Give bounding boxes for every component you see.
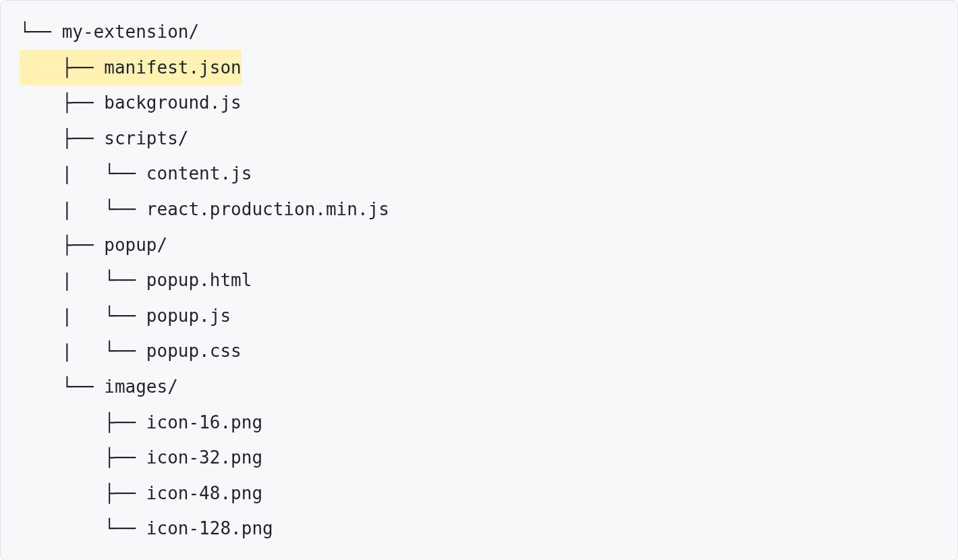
tree-line: ├── scripts/ bbox=[20, 121, 957, 157]
tree-name: icon-16.png bbox=[146, 412, 262, 432]
tree-line: ├── background.js bbox=[20, 85, 957, 121]
tree-name: icon-48.png bbox=[146, 483, 262, 503]
tree-line: ├── icon-32.png bbox=[20, 440, 957, 476]
tree-line: ├── popup/ bbox=[20, 227, 957, 263]
tree-name: popup/ bbox=[104, 235, 167, 255]
tree-prefix: ├── bbox=[20, 128, 104, 148]
tree-prefix: ├── bbox=[20, 57, 104, 78]
highlight-span: ├── manifest.json bbox=[20, 50, 242, 86]
tree-line: | └── content.js bbox=[20, 156, 957, 192]
tree-name: manifest.json bbox=[104, 57, 242, 78]
tree-prefix: | └── bbox=[20, 270, 146, 290]
tree-name: popup.html bbox=[146, 270, 252, 290]
tree-prefix: ├── bbox=[20, 235, 104, 255]
tree-line-highlighted: ├── manifest.json bbox=[20, 50, 957, 86]
tree-name: popup.js bbox=[146, 306, 231, 326]
tree-prefix: | └── bbox=[20, 306, 146, 326]
tree-line: └── icon-128.png bbox=[20, 511, 957, 547]
directory-tree: └── my-extension/ ├── manifest.json ├── … bbox=[1, 14, 957, 547]
tree-prefix: └── bbox=[20, 518, 146, 538]
tree-prefix: ├── bbox=[20, 92, 104, 113]
tree-prefix: └── bbox=[20, 22, 62, 42]
tree-name: popup.css bbox=[146, 341, 242, 361]
tree-name: icon-32.png bbox=[146, 447, 262, 468]
tree-line: ├── icon-16.png bbox=[20, 405, 957, 441]
tree-prefix: | └── bbox=[20, 341, 146, 361]
tree-prefix: ├── bbox=[20, 483, 146, 503]
tree-name: background.js bbox=[104, 92, 242, 113]
code-block: └── my-extension/ ├── manifest.json ├── … bbox=[0, 0, 958, 560]
tree-line: ├── icon-48.png bbox=[20, 476, 957, 511]
tree-line: └── my-extension/ bbox=[20, 14, 957, 50]
tree-name: images/ bbox=[104, 376, 178, 397]
tree-line: | └── popup.js bbox=[20, 298, 957, 334]
tree-prefix: ├── bbox=[20, 447, 146, 468]
tree-prefix: | └── bbox=[20, 199, 146, 219]
tree-name: content.js bbox=[146, 163, 252, 184]
tree-line: └── images/ bbox=[20, 369, 957, 405]
tree-prefix: └── bbox=[20, 376, 104, 397]
tree-line: | └── react.production.min.js bbox=[20, 192, 957, 227]
tree-line: | └── popup.html bbox=[20, 262, 957, 298]
tree-name: icon-128.png bbox=[146, 518, 273, 538]
tree-name: scripts/ bbox=[104, 128, 188, 148]
tree-prefix: ├── bbox=[20, 412, 146, 432]
tree-line: | └── popup.css bbox=[20, 333, 957, 369]
tree-name: react.production.min.js bbox=[146, 199, 389, 219]
tree-name: my-extension/ bbox=[62, 22, 200, 42]
tree-prefix: | └── bbox=[20, 163, 146, 184]
